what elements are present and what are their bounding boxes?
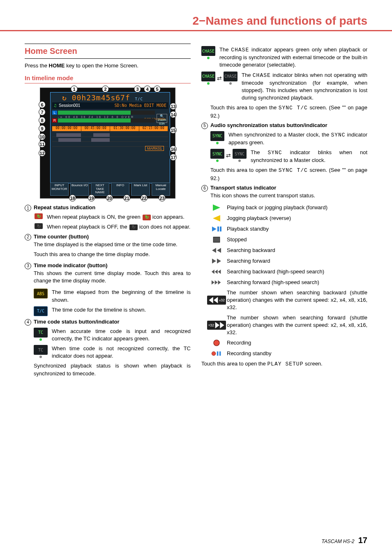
svg-marker-14 — [215, 280, 218, 284]
transport-icon — [210, 225, 223, 233]
svg-marker-10 — [212, 270, 214, 274]
transport-icon — [210, 278, 223, 287]
repeat-off-icon — [35, 223, 43, 229]
home-screen-diagram: ↻ 00h23m45s67f T/C ♫ Session001 SD:No Me… — [40, 88, 175, 199]
svg-rect-3 — [217, 227, 219, 231]
sync-green-icon: SYNC — [210, 131, 224, 141]
tc-green-icon: TC — [34, 328, 48, 338]
tc-chip: T/C — [34, 306, 48, 316]
transport-icon — [210, 257, 223, 265]
section-title: Home Screen — [25, 44, 191, 59]
chase-green-icon: CHASE — [201, 46, 215, 56]
tc-gray-icon: TC — [34, 345, 48, 355]
item-2: 2 Time counter (button) The time display… — [25, 234, 191, 261]
transport-icon: x32 — [210, 296, 223, 304]
svg-marker-15 — [218, 280, 221, 284]
transport-row: Searching backward (high-speed search) — [210, 268, 367, 276]
repeat-on-text: When repeat playback is ON, the green ic… — [47, 213, 191, 221]
svg-point-21 — [212, 352, 216, 356]
svg-rect-5 — [213, 237, 219, 243]
svg-marker-2 — [212, 227, 217, 231]
svg-marker-0 — [213, 204, 220, 210]
transport-row: Playback standby — [210, 225, 367, 233]
transport-icon — [210, 339, 223, 347]
transport-icon — [210, 246, 223, 254]
right-column: CHASE The CHASE indicator appears green … — [201, 44, 367, 380]
svg-rect-4 — [220, 227, 221, 231]
transport-icon — [210, 214, 223, 222]
transport-row: Recording standby — [210, 349, 367, 358]
repeat-on-icon — [35, 213, 43, 219]
transport-icon — [210, 349, 223, 358]
svg-marker-18 — [215, 322, 219, 328]
svg-marker-19 — [220, 322, 224, 328]
transport-row: Stopped — [210, 236, 367, 244]
abs-chip: ABS — [34, 289, 48, 298]
transport-row: Searching backward — [210, 246, 367, 254]
svg-marker-7 — [217, 248, 221, 253]
intro-text: Press the HOME key to open the Home Scre… — [25, 62, 191, 69]
transport-row: Jogging playback (reverse) — [210, 214, 367, 222]
transport-icon — [210, 236, 223, 244]
svg-rect-22 — [217, 352, 218, 356]
item-4: 4 Time code status button/indicator — [25, 319, 191, 326]
svg-marker-17 — [214, 297, 218, 303]
svg-marker-9 — [217, 259, 221, 264]
svg-marker-11 — [215, 270, 218, 274]
svg-marker-13 — [212, 280, 214, 284]
repeat-off-text: When repeat playback is OFF, the icon do… — [47, 223, 191, 231]
chapter-title: 2−Names and functions of parts — [0, 14, 392, 31]
svg-point-20 — [214, 340, 219, 346]
transport-icon: x32 — [210, 321, 223, 329]
item-6: 6 Transport status indicator This icon s… — [201, 185, 367, 202]
item-1: 1 Repeat status indication — [25, 204, 191, 212]
left-column: Home Screen Press the HOME key to open t… — [25, 44, 191, 380]
svg-marker-16 — [209, 297, 213, 303]
transport-icon — [210, 268, 223, 276]
item-1-title: Repeat status indication — [34, 204, 191, 210]
svg-marker-12 — [218, 270, 221, 274]
page-footer: TASCAM HS-2 17 — [322, 536, 367, 545]
transport-row: Searching forward — [210, 257, 367, 265]
transport-row: Recording — [210, 339, 367, 347]
svg-rect-23 — [219, 352, 221, 356]
transport-row: x32The number shown when searching forwa… — [210, 314, 367, 337]
svg-marker-8 — [212, 259, 216, 264]
svg-marker-1 — [213, 215, 220, 221]
transport-row: x32The number shown when searching backw… — [210, 289, 367, 312]
subhead: In timeline mode — [25, 74, 191, 83]
item-3: 3 Time mode indicator (button) This show… — [25, 262, 191, 287]
transport-icon — [210, 204, 223, 212]
svg-marker-6 — [212, 248, 216, 253]
transport-row: Searching forward (high-speed search) — [210, 278, 367, 287]
transport-row: Playing back or jogging playback (forwar… — [210, 204, 367, 212]
item-5: 5 Audio synchronization status button/in… — [201, 122, 367, 130]
